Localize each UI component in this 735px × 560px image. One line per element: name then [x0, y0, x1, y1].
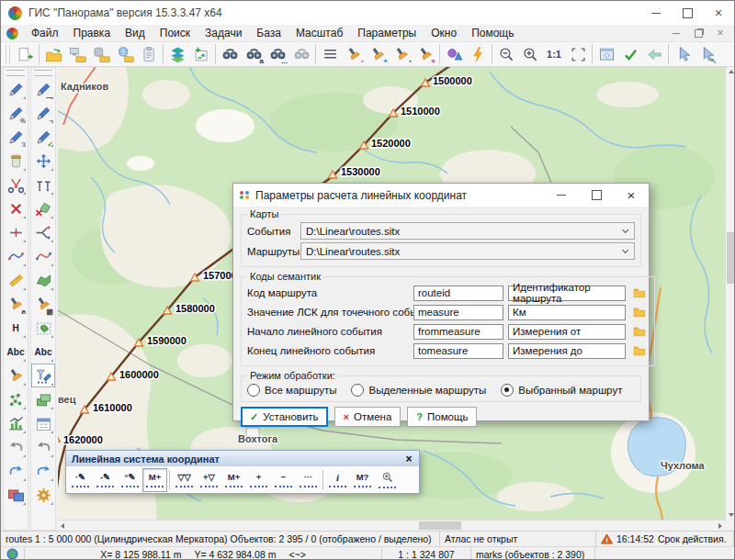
view-3d-button[interactable] [442, 43, 466, 65]
tool-create-object[interactable] [4, 77, 28, 101]
tool-split-line[interactable] [31, 220, 55, 244]
apply-view-button[interactable] [618, 43, 642, 65]
tool-text-abc[interactable]: Abc [31, 340, 55, 364]
menu-database[interactable]: База [249, 25, 288, 41]
lsc-create-events[interactable]: ▽▽ [172, 468, 197, 492]
lsc-route-by-line[interactable]: -✎ [93, 468, 118, 492]
tool-smooth[interactable] [4, 244, 28, 268]
tool-layers-green[interactable] [31, 387, 55, 411]
menu-view[interactable]: Вид [118, 25, 153, 41]
select-objects-button[interactable]: ▪ [342, 43, 366, 65]
mdi-close-button[interactable]: × [714, 28, 727, 39]
linear-coords-toolbar-titlebar[interactable]: Линейная система координат × [66, 451, 419, 466]
route-code-desc-input[interactable]: Идентификатор маршрута [508, 286, 626, 301]
lsc-add-measure[interactable]: M+ [142, 468, 167, 492]
map-panel-button[interactable] [594, 43, 618, 65]
license-cell[interactable]: ! 16:14:52 Срок действия. [596, 532, 734, 546]
open-database-button[interactable] [89, 43, 113, 65]
horizontal-scrollbar[interactable] [58, 520, 725, 531]
coordinate-nav[interactable]: <~> [288, 549, 305, 560]
horizontal-scroll-thumb[interactable] [419, 521, 461, 530]
sidebar-handle[interactable] [6, 70, 25, 76]
open-site-button[interactable] [65, 43, 89, 65]
tool-linear-system[interactable] [31, 364, 55, 387]
select-add-button[interactable]: + [366, 43, 390, 65]
tool-select-polygon[interactable] [31, 316, 55, 340]
cancel-button[interactable]: ×Отмена [334, 407, 401, 427]
mode-option-1[interactable]: Выделенные маршруты [351, 384, 486, 397]
lsc-add-event[interactable]: +▽ [197, 468, 221, 492]
lsc-measure-query[interactable]: M? [350, 468, 375, 492]
tool-glue[interactable] [4, 149, 28, 173]
dialog-close-button[interactable]: × [614, 184, 649, 207]
install-button[interactable]: ✓Установить [241, 407, 328, 427]
tool-edit-object[interactable]: ✳ [4, 101, 28, 125]
lsc-point-list[interactable]: ··· [296, 468, 321, 492]
lsc-add-point[interactable]: + [246, 468, 271, 492]
tool-topology[interactable] [4, 387, 28, 411]
vertical-scroll-thumb[interactable] [727, 232, 735, 284]
vertical-scrollbar[interactable] [725, 67, 735, 520]
open-project-button[interactable] [137, 43, 161, 65]
lsc-zoom[interactable] [375, 468, 400, 492]
tool-horizontal-text[interactable]: H [4, 316, 28, 340]
tool-finish-edit[interactable]: ✓ [31, 125, 55, 149]
tool-image-tools[interactable] [4, 483, 28, 507]
select-any-tool-button[interactable]: ↖ [695, 43, 718, 65]
open-map-button[interactable] [41, 43, 65, 65]
tool-undo[interactable] [4, 435, 28, 459]
find-by-name-button[interactable]: a [242, 43, 266, 65]
mdi-minimize-button[interactable] [670, 28, 683, 39]
linear-coords-close-button[interactable]: × [401, 453, 416, 465]
maximize-button[interactable] [672, 1, 703, 25]
tool-settings[interactable] [31, 483, 55, 507]
view-scale-cell[interactable]: 1 : 1 324 807 [382, 547, 471, 560]
find-advanced-button[interactable]: ... [266, 43, 289, 65]
menu-edit[interactable]: Правка [66, 25, 119, 41]
select-area-button[interactable]: ▪ [390, 43, 413, 65]
lsc-remove-point[interactable]: − [271, 468, 296, 492]
menu-window[interactable]: Окно [424, 25, 464, 41]
mode-option-0[interactable]: Все маршруты [247, 384, 336, 397]
fast-draw-button[interactable] [466, 43, 490, 65]
mdi-restore-button[interactable] [692, 28, 705, 39]
new-map-button[interactable] [13, 43, 37, 65]
tool-flashlight[interactable] [4, 364, 28, 387]
menu-search[interactable]: Поиск [153, 25, 198, 41]
tool-select-a[interactable]: a [4, 292, 28, 316]
open-geoportal-button[interactable] [113, 43, 137, 65]
find-object-button[interactable] [218, 43, 242, 65]
tool-calc-sheet[interactable] [31, 411, 55, 435]
menu-help[interactable]: Помощь [464, 25, 521, 41]
event-end-input[interactable]: tomeasure [413, 343, 503, 359]
tool-measure-length[interactable] [4, 268, 28, 292]
lsc-info[interactable]: i [325, 468, 350, 492]
tool-redo-alt[interactable] [31, 459, 55, 483]
menu-scale[interactable]: Масштаб [288, 25, 350, 41]
menu-tasks[interactable]: Задачи [198, 25, 249, 41]
tool-delete-part[interactable] [31, 196, 55, 220]
lsc-measure-points[interactable]: M+ [221, 468, 246, 492]
dialog-minimize-button[interactable] [544, 184, 579, 207]
tool-mirror[interactable] [31, 268, 55, 292]
select-tool-button[interactable] [671, 43, 695, 65]
menu-file[interactable]: Файл [24, 25, 66, 41]
minimize-button[interactable] [640, 1, 672, 25]
view-back-button[interactable] [642, 43, 666, 65]
scroll-left-icon[interactable] [61, 523, 64, 529]
help-button[interactable]: ?Помощь [407, 407, 477, 427]
routes-map-combobox[interactable]: D:\Linear\routes.sitx [300, 242, 635, 260]
event-end-browse-button[interactable] [630, 342, 649, 359]
dialog-maximize-button[interactable] [579, 184, 614, 207]
zoom-in-button[interactable] [518, 43, 542, 65]
scale-1-1-button[interactable]: 1:1 [542, 43, 566, 65]
lsc-value-input[interactable]: measure [413, 305, 503, 320]
dialog-titlebar[interactable]: Параметры расчета линейных координат × [233, 184, 649, 207]
event-end-desc-input[interactable]: Измерения до [508, 343, 626, 359]
lsc-route-by-points[interactable]: °✎ [118, 468, 142, 492]
toolbar-handle[interactable] [6, 45, 10, 63]
tool-move-object[interactable] [31, 149, 55, 173]
zoom-frame-button[interactable] [566, 43, 590, 65]
tool-delete-object[interactable] [4, 196, 28, 220]
mode-option-2[interactable]: Выбранный маршрут [501, 384, 622, 397]
